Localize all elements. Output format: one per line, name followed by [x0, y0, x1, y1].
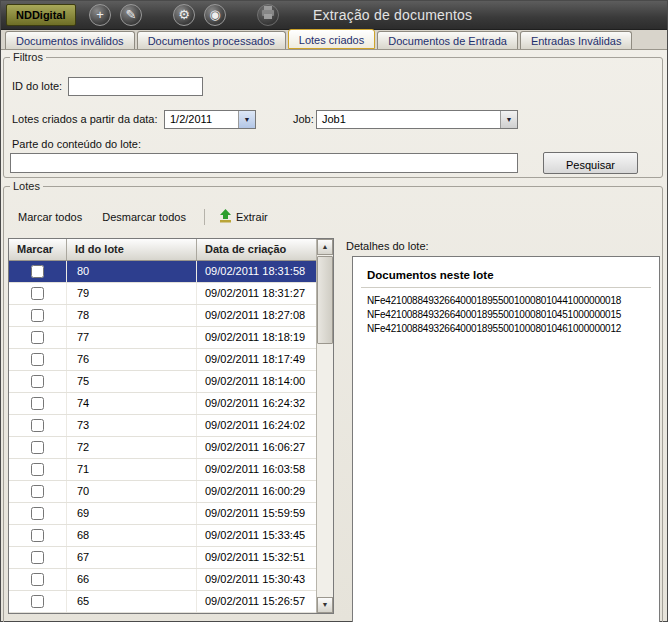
row-checkbox[interactable]: [31, 309, 44, 322]
add-icon[interactable]: +: [89, 4, 111, 26]
search-button[interactable]: Pesquisar: [543, 152, 638, 174]
lotes-group-title: Lotes: [10, 180, 43, 192]
row-checkbox[interactable]: [31, 529, 44, 542]
desmarcar-todos-button[interactable]: Desmarcar todos: [94, 207, 194, 227]
table-row[interactable]: 6509/02/2011 15:26:57: [9, 591, 318, 613]
edit-icon[interactable]: ✎: [120, 4, 142, 26]
table-row[interactable]: 7409/02/2011 16:24:32: [9, 393, 318, 415]
column-header-id-do-lote[interactable]: Id do lote: [67, 239, 197, 260]
row-checkbox[interactable]: [31, 485, 44, 498]
row-lote-id: 71: [67, 459, 197, 480]
date-combobox[interactable]: 1/2/2011 ▼: [164, 110, 256, 129]
marcar-todos-button[interactable]: Marcar todos: [10, 207, 90, 227]
row-creation-date: 09/02/2011 15:59:59: [197, 503, 318, 524]
row-checkbox-cell: [9, 349, 67, 370]
lotes-actions-toolbar: Marcar todos Desmarcar todos Extrair: [10, 206, 280, 228]
row-lote-id: 77: [67, 327, 197, 348]
app-window: NDDigital +✎⚙◉ Extração de documentos Do…: [0, 0, 668, 622]
row-checkbox[interactable]: [31, 551, 44, 564]
table-row[interactable]: 7009/02/2011 16:00:29: [9, 481, 318, 503]
row-lote-id: 68: [67, 525, 197, 546]
tab-strip: Documentos inválidosDocumentos processad…: [1, 30, 667, 50]
scroll-up-button[interactable]: ▲: [317, 239, 333, 255]
table-row[interactable]: 7509/02/2011 18:14:00: [9, 371, 318, 393]
row-checkbox[interactable]: [31, 353, 44, 366]
extrair-label: Extrair: [236, 211, 268, 223]
row-lote-id: 70: [67, 481, 197, 502]
table-row[interactable]: 7909/02/2011 18:31:27: [9, 283, 318, 305]
row-lote-id: 65: [67, 591, 197, 612]
table-row[interactable]: 6809/02/2011 15:33:45: [9, 525, 318, 547]
row-checkbox[interactable]: [31, 265, 44, 278]
row-checkbox[interactable]: [31, 463, 44, 476]
document-key: NFe4210088493266400018955001000801044100…: [361, 294, 651, 308]
row-checkbox[interactable]: [31, 441, 44, 454]
content-input[interactable]: [10, 153, 518, 173]
job-dropdown-arrow-icon[interactable]: ▼: [500, 111, 517, 128]
brand-button[interactable]: NDDigital: [6, 4, 76, 26]
content-label: Parte do conteúdo do lote:: [12, 138, 141, 150]
table-row[interactable]: 7809/02/2011 18:27:08: [9, 305, 318, 327]
row-creation-date: 09/02/2011 16:06:27: [197, 437, 318, 458]
job-value: Job1: [317, 111, 500, 128]
table-row[interactable]: 7109/02/2011 16:03:58: [9, 459, 318, 481]
table-row[interactable]: 7209/02/2011 16:06:27: [9, 437, 318, 459]
tab-documentos-processados[interactable]: Documentos processados: [137, 31, 286, 49]
table-row[interactable]: 7309/02/2011 16:24:02: [9, 415, 318, 437]
row-lote-id: 80: [67, 261, 197, 282]
row-checkbox[interactable]: [31, 331, 44, 344]
date-dropdown-arrow-icon[interactable]: ▼: [238, 111, 255, 128]
tab-documentos-inválidos[interactable]: Documentos inválidos: [5, 31, 135, 49]
extract-icon: [219, 209, 232, 225]
row-lote-id: 79: [67, 283, 197, 304]
row-creation-date: 09/02/2011 15:33:45: [197, 525, 318, 546]
row-lote-id: 69: [67, 503, 197, 524]
row-lote-id: 78: [67, 305, 197, 326]
details-header: Documentos neste lote: [361, 267, 651, 288]
row-checkbox[interactable]: [31, 573, 44, 586]
date-value: 1/2/2011: [165, 111, 238, 128]
id-lote-label: ID do lote:: [12, 80, 62, 92]
column-header-marcar[interactable]: Marcar: [9, 239, 67, 260]
tab-lotes-criados[interactable]: Lotes criados: [288, 29, 375, 49]
row-checkbox-cell: [9, 393, 67, 414]
row-checkbox[interactable]: [31, 595, 44, 608]
row-lote-id: 67: [67, 547, 197, 568]
job-combobox[interactable]: Job1 ▼: [316, 110, 518, 129]
table-row[interactable]: 6709/02/2011 15:32:51: [9, 547, 318, 569]
row-creation-date: 09/02/2011 18:17:49: [197, 349, 318, 370]
row-checkbox[interactable]: [31, 397, 44, 410]
tab-entradas-inválidas[interactable]: Entradas Inválidas: [520, 31, 633, 49]
toolbar-icons: +✎⚙◉: [89, 4, 288, 26]
table-header: Marcar Id do lote Data de criação: [9, 239, 333, 261]
table-row[interactable]: 7709/02/2011 18:18:19: [9, 327, 318, 349]
date-label: Lotes criados a partir da data:: [12, 113, 158, 125]
row-checkbox-cell: [9, 283, 67, 304]
table-row[interactable]: 6909/02/2011 15:59:59: [9, 503, 318, 525]
table-row[interactable]: 6609/02/2011 15:30:43: [9, 569, 318, 591]
print-icon[interactable]: [257, 4, 279, 26]
record-icon[interactable]: ◉: [204, 4, 226, 26]
top-toolbar: NDDigital +✎⚙◉ Extração de documentos: [1, 1, 667, 30]
row-checkbox[interactable]: [31, 419, 44, 432]
table-scrollbar[interactable]: ▲ ▼: [316, 239, 333, 613]
scroll-thumb[interactable]: [317, 256, 333, 344]
column-header-data-de-criacao[interactable]: Data de criação: [197, 239, 318, 260]
extrair-button[interactable]: Extrair: [211, 205, 276, 229]
id-lote-input[interactable]: [68, 77, 203, 96]
table-row[interactable]: 7609/02/2011 18:17:49: [9, 349, 318, 371]
row-creation-date: 09/02/2011 18:27:08: [197, 305, 318, 326]
row-checkbox[interactable]: [31, 507, 44, 520]
scroll-down-button[interactable]: ▼: [317, 597, 333, 613]
row-checkbox[interactable]: [31, 375, 44, 388]
row-checkbox-cell: [9, 481, 67, 502]
tab-documentos-de-entrada[interactable]: Documentos de Entrada: [377, 31, 518, 49]
job-label: Job:: [293, 113, 314, 125]
settings-icon[interactable]: ⚙: [173, 4, 195, 26]
table-row[interactable]: 8009/02/2011 18:31:58: [9, 261, 318, 283]
row-checkbox[interactable]: [31, 287, 44, 300]
row-checkbox-cell: [9, 261, 67, 282]
row-checkbox-cell: [9, 525, 67, 546]
row-lote-id: 72: [67, 437, 197, 458]
row-checkbox-cell: [9, 371, 67, 392]
